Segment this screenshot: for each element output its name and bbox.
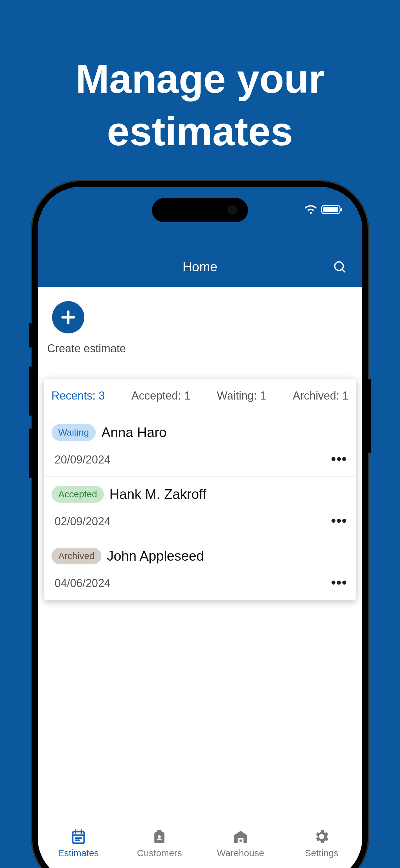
create-estimate[interactable]: Create estimate [47,301,356,355]
nav-label: Settings [305,848,338,858]
list-item[interactable]: Accepted Hank M. Zakroff 02/09/2024 ••• [44,476,356,538]
svg-point-3 [158,835,161,838]
phone-screen: Home Create estimate Recent [38,187,362,868]
nav-estimates[interactable]: Estimates [44,828,112,858]
list-item[interactable]: Archived John Appleseed 04/06/2024 ••• [44,538,356,600]
nav-customers[interactable]: Customers [125,828,194,858]
nav-warehouse[interactable]: Warehouse [206,828,275,858]
estimate-date: 20/09/2024 [52,453,110,466]
recent-card: Recents: 3 Accepted: 1 Waiting: 1 Archiv… [44,379,356,600]
plus-icon [60,309,76,326]
filter-bar: Recents: 3 Accepted: 1 Waiting: 1 Archiv… [44,379,356,415]
status-icons [304,205,340,214]
customer-name: John Appleseed [107,548,204,564]
promo-title: Manage your estimates [0,0,400,158]
estimate-list: Waiting Anna Haro 20/09/2024 ••• Accepte… [44,415,356,600]
nav-label: Customers [137,848,182,858]
estimates-icon [70,828,87,845]
svg-rect-2 [157,830,162,832]
promo-title-line2: estimates [107,108,293,154]
nav-settings[interactable]: Settings [288,828,356,858]
create-estimate-label: Create estimate [47,342,356,355]
battery-icon [321,205,340,214]
settings-icon [313,828,330,845]
customer-name: Anna Haro [101,425,167,440]
bottom-nav: Estimates Customers Warehouse [38,822,362,868]
list-item[interactable]: Waiting Anna Haro 20/09/2024 ••• [44,415,356,476]
filter-archived[interactable]: Archived: 1 [293,389,348,402]
customer-name: Hank M. Zakroff [109,487,206,502]
estimate-date: 04/06/2024 [52,577,110,590]
warehouse-icon [232,828,249,845]
status-badge: Waiting [52,424,96,441]
status-badge: Archived [52,548,101,564]
wifi-icon [304,205,317,214]
page-title: Home [182,259,218,274]
nav-label: Estimates [58,848,99,858]
phone-frame: Home Create estimate Recent [31,180,369,868]
search-icon [333,260,347,274]
estimate-date: 02/09/2024 [52,515,110,528]
filter-waiting[interactable]: Waiting: 1 [217,389,266,402]
promo-title-line1: Manage your [76,56,324,101]
status-badge: Accepted [52,486,104,503]
svg-rect-5 [239,839,241,842]
app-bar: Home [38,259,362,274]
search-button[interactable] [333,260,347,274]
filter-accepted[interactable]: Accepted: 1 [131,389,190,402]
notch [152,198,248,222]
content: Create estimate Recents: 3 Accepted: 1 W… [38,287,362,822]
add-button[interactable] [52,301,84,333]
customers-icon [151,828,168,845]
nav-label: Warehouse [217,848,264,858]
filter-recents[interactable]: Recents: 3 [52,389,105,402]
